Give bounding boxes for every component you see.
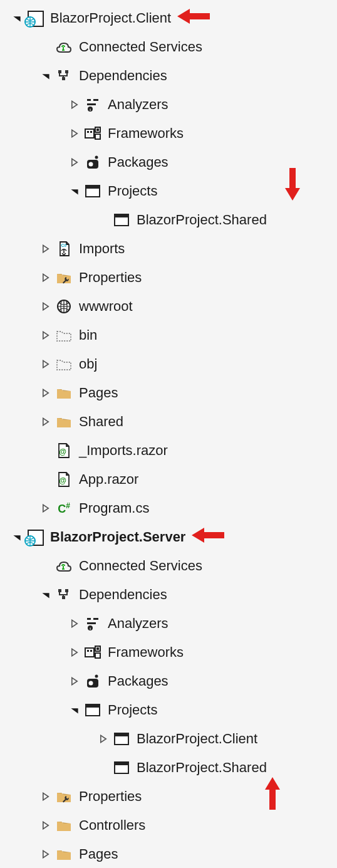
tree-item-label: Imports [79,241,125,257]
tree-item-label: App.razor [79,471,138,488]
chevron-right-icon[interactable] [38,504,54,513]
tree-item[interactable]: iAnalyzers [0,609,337,638]
tree-item[interactable]: @_Imports.razor [0,436,337,465]
chevron-right-icon[interactable] [38,792,54,801]
svg-rect-47 [115,733,128,736]
tree-item-label: Packages [108,673,168,689]
tree-item[interactable]: Properties [0,263,337,292]
tree-item[interactable]: Pages [0,379,337,407]
tree-item-label: Dependencies [79,587,167,603]
connected-services-icon [54,38,74,56]
svg-rect-1 [58,70,61,73]
tree-item-label: Connected Services [79,558,202,574]
svg-rect-49 [115,762,128,765]
chevron-down-icon[interactable] [38,590,54,599]
chevron-right-icon[interactable] [38,417,54,426]
tree-item[interactable]: BlazorProject.Shared [0,753,337,782]
properties-folder-icon [54,788,74,805]
svg-point-17 [89,162,93,167]
chevron-right-icon[interactable] [66,158,83,167]
tree-item[interactable]: C#Imports [0,234,337,263]
tree-item-label: obj [79,356,97,372]
tree-item-label: Packages [108,154,168,170]
tree-item[interactable]: BlazorProject.Shared [0,206,337,234]
chevron-right-icon[interactable] [66,129,83,138]
tree-item[interactable]: Connected Services [0,552,337,580]
svg-point-41 [95,675,98,678]
tree-item[interactable]: obj [0,350,337,379]
svg-text:C#: C# [61,243,67,248]
project-ref-icon [111,730,132,748]
chevron-down-icon[interactable] [66,187,83,196]
chevron-right-icon[interactable] [38,389,54,397]
csharp-file-icon: C# [54,499,74,517]
chevron-down-icon[interactable] [38,71,54,80]
tree-item[interactable]: Properties [0,782,337,811]
chevron-down-icon[interactable] [66,706,83,714]
chevron-down-icon[interactable] [9,14,25,23]
chevron-right-icon[interactable] [38,821,54,830]
hidden-folder-icon [54,327,74,344]
chevron-right-icon[interactable] [38,302,54,311]
tree-item-label: BlazorProject.Shared [137,212,267,228]
tree-item[interactable]: Controllers [0,811,337,840]
tree-item[interactable]: C#Program.cs [0,494,337,523]
svg-point-15 [95,156,98,159]
tree-item-label: BlazorProject.Shared [137,760,267,776]
svg-rect-2 [65,70,68,73]
packages-icon [83,672,103,690]
tree-item[interactable]: BlazorProject.Server [0,523,337,552]
tree-item[interactable]: iAnalyzers [0,90,337,119]
svg-rect-6 [87,103,96,105]
svg-rect-45 [86,704,100,708]
folder-icon [54,413,74,431]
svg-rect-29 [62,596,65,599]
svg-rect-9 [85,129,94,138]
tree-item-label: _Imports.razor [79,442,168,459]
svg-rect-30 [87,618,91,620]
tree-item[interactable]: @App.razor [0,465,337,494]
chevron-right-icon[interactable] [38,360,54,369]
project-ref-icon [111,759,132,776]
analyzers-icon: i [83,615,103,632]
chevron-right-icon[interactable] [38,331,54,340]
chevron-right-icon[interactable] [95,735,111,743]
tree-item[interactable]: Projects [0,177,337,206]
svg-rect-19 [86,186,100,189]
tree-item[interactable]: BlazorProject.Client [0,4,337,33]
tree-item[interactable]: wwwroot [0,292,337,321]
chevron-right-icon[interactable] [38,244,54,253]
svg-rect-10 [87,131,89,133]
chevron-right-icon[interactable] [38,273,54,282]
svg-rect-37 [90,650,92,652]
tree-item[interactable]: Packages [0,667,337,696]
chevron-right-icon[interactable] [66,100,83,109]
properties-folder-icon [54,269,74,286]
chevron-down-icon[interactable] [9,533,25,541]
chevron-right-icon[interactable] [66,677,83,686]
tree-item[interactable]: Shared [0,407,337,436]
tree-item[interactable]: Pages [0,840,337,868]
tree-item-label: Frameworks [108,644,184,661]
imports-icon: C# [54,240,74,258]
tree-item-label: Dependencies [79,68,167,84]
tree-item[interactable]: bin [0,321,337,350]
svg-rect-31 [93,618,98,620]
tree-item[interactable]: Connected Services [0,33,337,61]
tree-item-label: wwwroot [79,298,133,315]
tree-item[interactable]: Frameworks [0,638,337,667]
tree-item[interactable]: Frameworks [0,119,337,148]
tree-item[interactable]: Dependencies [0,580,337,609]
tree-item-label: Analyzers [108,97,168,113]
tree-item[interactable]: BlazorProject.Client [0,724,337,753]
chevron-right-icon[interactable] [66,648,83,657]
callout-arrow-left-icon [190,526,226,548]
tree-item-label: Frameworks [108,125,184,142]
chevron-right-icon[interactable] [66,619,83,628]
tree-item[interactable]: Projects [0,696,337,724]
svg-rect-28 [65,589,68,592]
tree-item-label: BlazorProject.Client [137,731,257,747]
tree-item[interactable]: Dependencies [0,61,337,90]
dependencies-icon [54,586,74,604]
chevron-right-icon[interactable] [38,850,54,859]
